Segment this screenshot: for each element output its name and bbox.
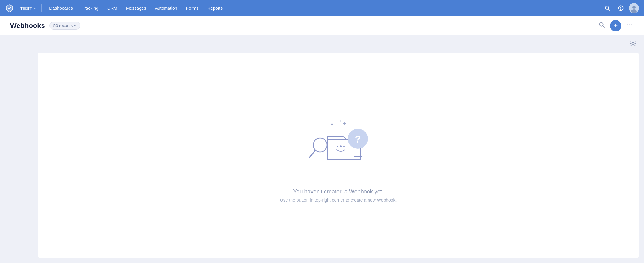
- empty-state-svg: +: [294, 108, 382, 177]
- svg-point-10: [629, 25, 630, 25]
- page-subheader: Webhooks 50 records ▾ +: [0, 16, 644, 35]
- svg-point-13: [331, 124, 333, 125]
- nav-item-dashboards[interactable]: Dashboards: [45, 4, 77, 13]
- empty-state-card: +: [38, 53, 639, 258]
- empty-illustration: +: [294, 108, 382, 178]
- subheader-actions: +: [597, 20, 634, 31]
- toolbar-row: [38, 39, 639, 50]
- nav-right-actions: ?: [602, 3, 639, 13]
- settings-button[interactable]: [628, 39, 638, 50]
- search-icon: [599, 22, 605, 28]
- svg-point-14: [340, 120, 341, 122]
- svg-line-1: [608, 9, 610, 11]
- empty-state-title: You haven't created a Webhook yet.: [293, 188, 384, 195]
- search-icon: [605, 5, 610, 11]
- svg-point-19: [337, 146, 338, 147]
- svg-point-12: [632, 43, 634, 45]
- nav-item-automation[interactable]: Automation: [151, 4, 182, 13]
- gear-icon: [630, 40, 636, 47]
- workspace-selector[interactable]: TEST ▾: [18, 4, 38, 12]
- nav-item-crm[interactable]: CRM: [103, 4, 122, 13]
- svg-text:+: +: [343, 121, 346, 126]
- svg-point-20: [343, 146, 345, 147]
- records-count-badge[interactable]: 50 records ▾: [49, 22, 80, 30]
- add-icon: +: [614, 22, 618, 29]
- more-options-button[interactable]: [625, 20, 634, 31]
- app-logo[interactable]: [5, 4, 14, 13]
- global-search-button[interactable]: [602, 3, 613, 13]
- page-title: Webhooks: [10, 22, 45, 30]
- avatar-image: [629, 3, 639, 13]
- svg-line-17: [309, 150, 315, 158]
- sidebar: [0, 35, 38, 263]
- svg-point-5: [632, 6, 636, 9]
- logo-icon: [5, 4, 14, 13]
- empty-state-subtitle: Use the button in top-right corner to cr…: [280, 198, 397, 203]
- svg-line-8: [603, 26, 604, 27]
- nav-item-forms[interactable]: Forms: [182, 4, 203, 13]
- nav-items: Dashboards Tracking CRM Messages Automat…: [45, 4, 601, 13]
- nav-item-tracking[interactable]: Tracking: [77, 4, 103, 13]
- svg-point-11: [631, 25, 632, 25]
- top-navigation: TEST ▾ Dashboards Tracking CRM Messages …: [0, 0, 644, 16]
- nav-item-messages[interactable]: Messages: [122, 4, 151, 13]
- records-count-label: 50 records: [53, 23, 73, 28]
- svg-point-6: [631, 9, 637, 13]
- main-panel: +: [38, 35, 644, 263]
- workspace-chevron: ▾: [34, 7, 36, 10]
- help-button[interactable]: ?: [616, 3, 626, 13]
- nav-divider: [41, 4, 42, 12]
- user-avatar[interactable]: [629, 3, 639, 13]
- search-button[interactable]: [597, 20, 606, 31]
- svg-point-18: [340, 145, 342, 147]
- ellipsis-icon: [626, 22, 633, 28]
- help-icon: ?: [618, 5, 624, 11]
- content-area: +: [0, 35, 644, 263]
- svg-text:?: ?: [355, 133, 361, 145]
- svg-text:?: ?: [620, 7, 622, 10]
- svg-point-9: [627, 25, 628, 25]
- nav-item-reports[interactable]: Reports: [203, 4, 227, 13]
- records-chevron: ▾: [74, 23, 76, 28]
- add-webhook-button[interactable]: +: [610, 20, 621, 31]
- workspace-label: TEST: [20, 6, 32, 11]
